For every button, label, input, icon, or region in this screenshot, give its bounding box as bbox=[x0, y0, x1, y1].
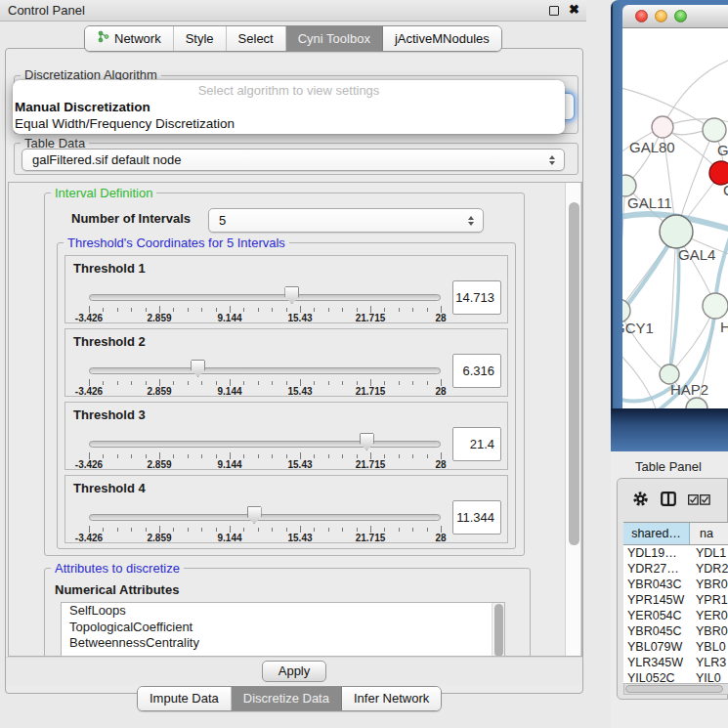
gear-icon[interactable] bbox=[632, 491, 649, 510]
table-panel-title: Table Panel bbox=[635, 459, 702, 474]
table-data-combo[interactable]: galFiltered.sif default node bbox=[21, 149, 565, 171]
slider-tick-label: 2.859 bbox=[147, 386, 171, 397]
threshold-value-field[interactable]: 21.4 bbox=[452, 427, 501, 461]
threshold-value-field[interactable]: 6.316 bbox=[452, 354, 501, 388]
slider-tick bbox=[286, 528, 287, 532]
zoom-traffic-light-icon[interactable] bbox=[674, 10, 687, 22]
slider-tick bbox=[427, 528, 428, 532]
table-row[interactable]: YBR043CYBR0 bbox=[623, 577, 728, 592]
slider-tick-label: 21.715 bbox=[356, 386, 386, 397]
tab-select[interactable]: Select bbox=[227, 26, 286, 51]
apply-button[interactable]: Apply bbox=[262, 661, 327, 682]
select-all-checkboxes-icon[interactable] bbox=[688, 494, 710, 507]
slider-tick bbox=[370, 452, 371, 459]
table-hscrollbar-thumb[interactable] bbox=[625, 685, 723, 693]
slider-tick-label: -3.426 bbox=[75, 459, 103, 470]
table-row[interactable]: YDL19…YDL1 bbox=[623, 545, 728, 561]
tab-cyni-toolbox[interactable]: Cyni Toolbox bbox=[286, 26, 383, 51]
table-row[interactable]: YDR27…YDR2 bbox=[623, 561, 728, 577]
threshold-slider-handle[interactable] bbox=[360, 433, 374, 450]
slider-tick bbox=[258, 454, 259, 458]
network-edge bbox=[622, 186, 625, 311]
threshold-value-field[interactable]: 14.713 bbox=[452, 280, 501, 315]
slider-tick bbox=[399, 454, 400, 458]
threshold-slider-track[interactable] bbox=[89, 441, 441, 448]
slider-tick bbox=[117, 528, 118, 532]
threshold-slider-handle[interactable] bbox=[191, 360, 205, 377]
table-row[interactable]: YER054CYER0 bbox=[623, 608, 728, 623]
table-row[interactable]: YPR145WYPR1 bbox=[623, 592, 728, 608]
threshold-block-4: Threshold 4-3.4262.8599.14415.4321.71528… bbox=[64, 475, 508, 543]
tab-network[interactable]: Network bbox=[85, 26, 174, 51]
attributes-scrollbar[interactable] bbox=[492, 603, 504, 656]
slider-tick bbox=[342, 454, 343, 458]
slider-tick-label: 28 bbox=[435, 386, 446, 397]
network-node[interactable] bbox=[660, 215, 693, 248]
settings-scrollbar[interactable] bbox=[565, 183, 581, 656]
table-cell-name: YPR1 bbox=[690, 592, 728, 608]
threshold-slider-handle[interactable] bbox=[247, 506, 262, 524]
settings-scrollbar-thumb[interactable] bbox=[569, 202, 579, 545]
slider-tick bbox=[146, 454, 147, 458]
column-header-shared-name[interactable]: shared… bbox=[623, 523, 690, 544]
popup-item-select-algorithm-to-view-settings: Select algorithm to view settings bbox=[13, 82, 565, 99]
table-cell-name: YDL1 bbox=[690, 545, 728, 561]
network-node[interactable] bbox=[703, 293, 728, 319]
slider-tick-label: 15.43 bbox=[287, 313, 312, 323]
slider-tick-label: 15.43 bbox=[287, 386, 312, 397]
threshold-slider-track[interactable] bbox=[89, 367, 441, 374]
network-window-titlebar bbox=[622, 5, 728, 28]
threshold-value-field[interactable]: 11.344 bbox=[452, 500, 501, 535]
close-traffic-light-icon[interactable] bbox=[635, 10, 648, 22]
slider-tick bbox=[230, 379, 231, 386]
table-row[interactable]: YIL052CYIL0 bbox=[623, 670, 728, 683]
network-canvas[interactable]: GAL80GACGAL11GAL4GCY1HHAP2 bbox=[622, 28, 728, 408]
threshold-slider-track[interactable] bbox=[89, 294, 441, 301]
number-of-intervals-value: 5 bbox=[219, 213, 226, 228]
table-row[interactable]: YLR345WYLR3 bbox=[623, 655, 728, 670]
attribute-item-topologicalcoefficient[interactable]: TopologicalCoefficient bbox=[62, 620, 504, 636]
tab-style[interactable]: Style bbox=[174, 26, 227, 51]
table-rows: YDL19…YDL1YDR27…YDR2YBR043CYBR0YPR145WYP… bbox=[623, 545, 728, 683]
minimize-traffic-light-icon[interactable] bbox=[655, 10, 667, 22]
table-row[interactable]: YBR045CYBR0 bbox=[623, 623, 728, 639]
slider-tick-label: 21.715 bbox=[356, 313, 386, 323]
bottom-tab-impute-data[interactable]: Impute Data bbox=[138, 687, 232, 710]
float-window-icon[interactable] bbox=[549, 6, 559, 16]
threshold-slider-track[interactable] bbox=[89, 514, 441, 521]
columns-icon[interactable] bbox=[661, 492, 676, 509]
popup-item-equal-width-frequency-discretization[interactable]: Equal Width/Frequency Discretization bbox=[13, 115, 565, 132]
table-hscrollbar[interactable] bbox=[623, 683, 728, 695]
tab-jactivemnodules[interactable]: jActiveMNodules bbox=[383, 26, 501, 51]
slider-tick-label: -3.426 bbox=[75, 386, 103, 397]
slider-tick bbox=[300, 379, 301, 386]
threshold-slider-handle[interactable] bbox=[284, 286, 299, 304]
threshold-block-1: Threshold 1-3.4262.8599.14415.4321.71528… bbox=[64, 255, 508, 323]
table-row[interactable]: YBL079WYBL0 bbox=[623, 639, 728, 655]
attribute-item-betweennesscentrality[interactable]: BetweennessCentrality bbox=[62, 635, 504, 652]
slider-tick bbox=[300, 526, 301, 533]
network-node[interactable] bbox=[622, 175, 636, 196]
slider-tick bbox=[188, 454, 189, 458]
slider-tick bbox=[328, 528, 329, 532]
column-header-name[interactable]: na bbox=[690, 523, 728, 544]
bottom-tab-discretize-data[interactable]: Discretize Data bbox=[232, 687, 342, 710]
network-node-label: H bbox=[720, 319, 728, 335]
network-node[interactable] bbox=[652, 116, 673, 138]
slider-tick-label: 21.715 bbox=[356, 459, 386, 470]
interval-definition-title: Interval Definition bbox=[51, 186, 156, 200]
slider-tick bbox=[173, 528, 174, 532]
network-node[interactable] bbox=[703, 118, 726, 142]
slider-tick bbox=[173, 308, 174, 312]
slider-tick bbox=[300, 452, 301, 459]
slider-tick bbox=[286, 381, 287, 385]
attributes-scrollbar-thumb[interactable] bbox=[494, 604, 503, 657]
table-cell-shared-name: YBL079W bbox=[623, 639, 690, 655]
attribute-item-selfloops[interactable]: SelfLoops bbox=[62, 603, 504, 620]
popup-item-manual-discretization[interactable]: Manual Discretization bbox=[13, 99, 565, 115]
slider-tick bbox=[342, 308, 343, 312]
close-icon[interactable]: ✖ bbox=[569, 2, 579, 17]
bottom-tab-infer-network[interactable]: Infer Network bbox=[342, 687, 441, 710]
slider-tick bbox=[216, 308, 217, 312]
number-of-intervals-combo[interactable]: 5 bbox=[208, 208, 484, 233]
